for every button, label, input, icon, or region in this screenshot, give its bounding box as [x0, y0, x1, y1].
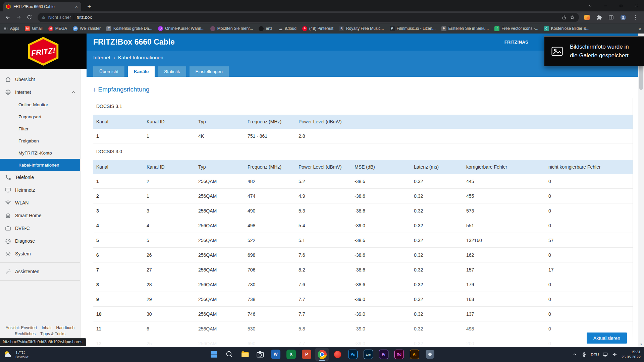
maximize-icon[interactable]: [613, 0, 629, 11]
bookmark-kostenlose-bilder[interactable]: CKostenlose Bilder &...: [544, 26, 590, 31]
taskbar-app-icon[interactable]: [423, 348, 437, 361]
bookmark-royalty-free-music[interactable]: RRoyalty Free Music...: [339, 26, 384, 31]
sidebar-item-assistenten[interactable]: Assistenten: [0, 265, 80, 278]
footer-link-ansicht-erweitert[interactable]: Ansicht: Erweitert: [6, 325, 37, 330]
bookmark-gmail[interactable]: MGmail: [25, 26, 42, 31]
sidebar-item-smart-home[interactable]: Smart Home: [0, 209, 80, 222]
taskbar-word-icon[interactable]: W: [269, 348, 282, 361]
taskbar-xd-icon[interactable]: Xd: [392, 348, 406, 361]
heading-label: Empfangsrichtung: [98, 86, 150, 93]
footer-link-inhalt[interactable]: Inhalt: [42, 325, 51, 330]
taskbar-start-icon[interactable]: [207, 348, 221, 361]
tab-einstellungen[interactable]: Einstellungen: [190, 66, 229, 77]
tab-close-icon[interactable]: ×: [74, 4, 78, 9]
sidebar-item-internet[interactable]: Internet: [0, 86, 80, 99]
sidebar-item-heimnetz[interactable]: Heimnetz: [0, 184, 80, 196]
bookmark-icloud[interactable]: ☁iCloud: [278, 26, 297, 31]
taskbar-record-icon[interactable]: [331, 348, 344, 361]
taskbar-explorer-icon[interactable]: [238, 348, 252, 361]
table-cell: -38.6: [352, 233, 411, 248]
fritz-logo[interactable]: FRITZ!: [0, 34, 87, 69]
bookmark-filmmusic-io-lizen[interactable]: FFilmmusic.io - Lizen...: [390, 26, 436, 31]
bookmark-label: Möchten Sie mehr...: [217, 26, 253, 31]
taskbar-apps: WXPPsLrcPrXdAi: [207, 348, 437, 361]
table-cell: 0: [545, 218, 633, 233]
share-icon[interactable]: [561, 15, 567, 20]
tab-kanale[interactable]: Kanäle: [128, 66, 155, 77]
browser-tab[interactable]: FRITZ!Box 6660 Cable ×: [3, 2, 81, 11]
bookmark-mochten-sie-mehr[interactable]: Möchten Sie mehr...: [210, 26, 253, 31]
bookmarks-overflow-icon[interactable]: »: [639, 23, 641, 34]
footer-link-rechtliches[interactable]: Rechtliches: [15, 331, 36, 336]
tab-statistik[interactable]: Statistik: [158, 66, 186, 77]
wifi-icon: [5, 199, 11, 206]
footer-link-handbuch[interactable]: Handbuch: [56, 325, 75, 330]
sidebar-item-myfritz-konto[interactable]: MyFRITZ!-Konto: [0, 147, 80, 159]
tray-volume-icon[interactable]: [612, 352, 618, 357]
tray-network-icon[interactable]: [602, 352, 608, 357]
sidebar-item-kabel-informationen[interactable]: Kabel-Informationen: [0, 159, 80, 171]
scroll-down-icon[interactable]: ▼: [638, 342, 644, 347]
screenshot-toast[interactable]: Bildschirmfoto wurde in die Galerie gesp…: [544, 36, 644, 66]
refresh-button[interactable]: Aktualisieren: [587, 333, 627, 344]
sidebar-item-dvb-c[interactable]: DVB-C: [0, 222, 80, 235]
sidebar-item-system[interactable]: System: [0, 247, 80, 260]
page-title: FRITZ!Box 6660 Cable: [93, 38, 175, 47]
bookmark-free-vector-icons[interactable]: fFree vector icons -...: [494, 26, 538, 31]
keyboard-language[interactable]: DEU: [591, 353, 599, 357]
sidebar-item-filter[interactable]: Filter: [0, 123, 80, 135]
weather-widget[interactable]: 17°C Bewölkt: [3, 347, 29, 362]
bookmark-star-icon[interactable]: [570, 15, 575, 20]
sidebar-item-telefonie[interactable]: Telefonie: [0, 171, 80, 184]
footer-link-tipps-tricks[interactable]: Tipps & Tricks: [40, 331, 65, 336]
bookmark-label: Erstellen Sie in Seku...: [448, 26, 489, 31]
tray-mic-icon[interactable]: [581, 352, 587, 357]
minimize-icon[interactable]: [598, 0, 613, 11]
taskbar-lightroom-icon[interactable]: Lrc: [362, 348, 375, 361]
tab-search-icon[interactable]: [582, 0, 598, 11]
bookmark-kostenlos-grosse-da[interactable]: TKostenlos große Da...: [106, 26, 152, 31]
bookmark-mega[interactable]: MMEGA: [48, 26, 67, 31]
taskbar-camera-icon[interactable]: [254, 348, 267, 361]
sidebar-item-zugangsart[interactable]: Zugangsart: [0, 111, 80, 123]
back-icon[interactable]: [3, 12, 13, 22]
profile-avatar[interactable]: [619, 13, 628, 22]
taskbar-excel-icon[interactable]: X: [284, 348, 298, 361]
taskbar-search-icon[interactable]: [223, 348, 236, 361]
new-tab-button[interactable]: +: [85, 2, 94, 11]
forward-icon[interactable]: [13, 12, 23, 22]
extension-icon[interactable]: [582, 13, 592, 22]
fritznas-link[interactable]: FRITZ!NAS: [504, 40, 528, 45]
sidebar-item-ubersicht[interactable]: Übersicht: [0, 73, 80, 86]
page-scrollbar[interactable]: ▲ ▼: [638, 34, 644, 347]
sidebar-item-freigaben[interactable]: Freigaben: [0, 135, 80, 147]
sidebar-item-wlan[interactable]: WLAN: [0, 196, 80, 209]
bookmark-enz[interactable]: enz: [259, 26, 272, 31]
taskbar-premiere-icon[interactable]: Pr: [377, 348, 390, 361]
taskbar-powerpoint-icon[interactable]: P: [300, 348, 313, 361]
tray-chevron-up-icon[interactable]: [572, 352, 578, 357]
taskbar-chrome-icon[interactable]: [315, 348, 329, 361]
bookmark-label: Filmmusic.io - Lizen...: [397, 26, 436, 31]
bookmark-wetransfer[interactable]: WWeTransfer: [73, 26, 101, 31]
breadcrumb-section[interactable]: Internet: [93, 55, 110, 60]
menu-kebab-icon[interactable]: [631, 13, 640, 22]
bookmark-online-kurse-wann[interactable]: UOnline-Kurse: Wann...: [158, 26, 205, 31]
table-row: 114K751 - 8612.8: [93, 129, 633, 143]
tray-clock[interactable]: 15:31 25.05.2022: [621, 350, 641, 360]
close-icon[interactable]: [629, 0, 644, 11]
tab-ubersicht[interactable]: Übersicht: [93, 66, 124, 77]
table-cell: 12: [93, 336, 144, 347]
sidebar-item-online-monitor[interactable]: Online-Monitor: [0, 99, 80, 111]
sidebar-item-diagnose[interactable]: Diagnose: [0, 235, 80, 247]
bookmark-48-pinterest[interactable]: P(48) Pinterest: [302, 26, 333, 31]
taskbar-photoshop-icon[interactable]: Ps: [346, 348, 360, 361]
reload-icon[interactable]: [24, 12, 34, 22]
receive-direction-heading[interactable]: ↓ Empfangsrichtung: [93, 86, 150, 93]
bookmark-apps[interactable]: Apps: [3, 26, 19, 31]
side-panel-icon[interactable]: [606, 13, 616, 22]
address-bar[interactable]: ⚠ Nicht sicher fritz.box: [38, 13, 579, 22]
taskbar-illustrator-icon[interactable]: Ai: [408, 348, 421, 361]
bookmark-erstellen-sie-in-seku[interactable]: PErstellen Sie in Seku...: [441, 26, 489, 31]
extensions-puzzle-icon[interactable]: [594, 13, 604, 22]
